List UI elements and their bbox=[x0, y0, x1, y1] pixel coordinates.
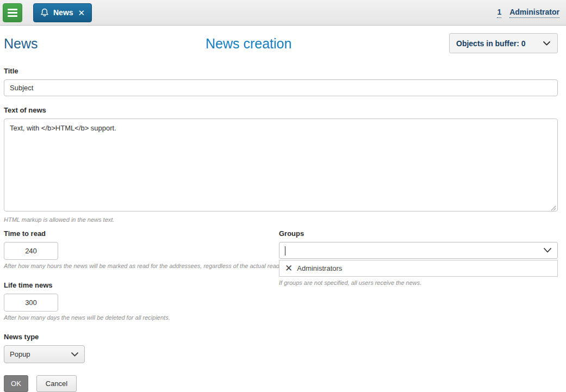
resize-handle-icon[interactable] bbox=[551, 206, 556, 211]
news-text-textarea[interactable]: Text, with </b>HTML</b> support. bbox=[4, 119, 558, 211]
time-to-read-hint: After how many hours the news will be ma… bbox=[4, 263, 279, 269]
text-of-news-label: Text of news bbox=[4, 106, 558, 114]
life-time-hint: After how many days the news will be del… bbox=[4, 314, 279, 321]
news-type-select[interactable]: Popup bbox=[4, 345, 85, 363]
tab-close-icon[interactable]: ✕ bbox=[78, 9, 85, 17]
remove-icon[interactable]: ✕ bbox=[285, 264, 293, 273]
groups-selected-list: ✕ Administrators bbox=[279, 260, 558, 277]
main-content: News News creation Objects in buffer: 0 … bbox=[0, 26, 566, 392]
text-of-news-hint: HTML markup is allowed in the news text. bbox=[4, 216, 558, 223]
news-text-wrap: Text, with </b>HTML</b> support. bbox=[4, 119, 558, 214]
news-type-value: Popup bbox=[10, 350, 30, 358]
buffer-button[interactable]: Objects in buffer: 0 bbox=[449, 33, 558, 53]
life-time-label: Life time news bbox=[4, 281, 279, 289]
groups-label: Groups bbox=[279, 229, 558, 238]
menu-button[interactable] bbox=[3, 3, 22, 22]
form-buttons: OK Cancel bbox=[4, 375, 279, 392]
right-column: Groups ✕ Administrators If groups are no… bbox=[279, 229, 558, 392]
bell-icon bbox=[40, 8, 49, 17]
group-item-label: Administrators bbox=[297, 264, 342, 272]
title-label: Title bbox=[4, 67, 558, 75]
groups-combobox-input[interactable] bbox=[279, 242, 558, 259]
news-type-label: News type bbox=[4, 333, 279, 341]
topbar: News ✕ 1 Administrator bbox=[0, 0, 566, 26]
title-input[interactable] bbox=[4, 79, 558, 96]
form-title: News creation bbox=[206, 36, 291, 52]
time-to-read-label: Time to read bbox=[4, 229, 279, 238]
form-columns: Time to read After how many hours the ne… bbox=[4, 229, 558, 392]
ok-button[interactable]: OK bbox=[4, 375, 28, 392]
chevron-down-icon[interactable] bbox=[543, 247, 552, 253]
header-row: News News creation Objects in buffer: 0 bbox=[4, 33, 558, 57]
tab-label: News bbox=[53, 8, 73, 17]
chevron-down-icon bbox=[543, 41, 551, 46]
page-title: News bbox=[4, 36, 38, 52]
time-to-read-input[interactable] bbox=[4, 242, 58, 260]
user-count-link[interactable]: 1 bbox=[497, 8, 501, 18]
chevron-down-icon bbox=[71, 352, 79, 357]
cancel-button[interactable]: Cancel bbox=[36, 375, 77, 392]
tab-news[interactable]: News ✕ bbox=[33, 3, 92, 22]
buffer-label: Objects in buffer: 0 bbox=[456, 39, 526, 48]
group-item-administrators[interactable]: ✕ Administrators bbox=[279, 260, 557, 276]
groups-hint: If groups are not specified, all users r… bbox=[279, 279, 558, 286]
life-time-input[interactable] bbox=[4, 294, 58, 312]
text-cursor bbox=[285, 246, 285, 256]
topbar-user-area: 1 Administrator bbox=[497, 8, 559, 18]
left-column: Time to read After how many hours the ne… bbox=[4, 229, 279, 392]
user-name-link[interactable]: Administrator bbox=[509, 8, 559, 18]
